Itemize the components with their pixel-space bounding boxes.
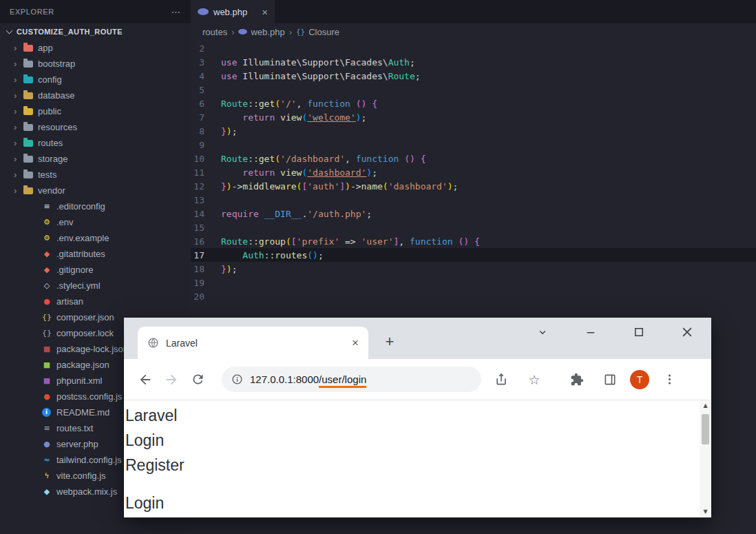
- page-link-laravel[interactable]: Laravel: [125, 403, 711, 428]
- forward-button[interactable]: [158, 367, 185, 393]
- breadcrumb-routes[interactable]: routes: [202, 27, 227, 37]
- code-line-18[interactable]: 18});: [191, 262, 756, 276]
- kebab-menu-icon[interactable]: [656, 367, 682, 393]
- browser-tab-laravel[interactable]: Laravel ×: [138, 327, 368, 359]
- code-text: use Illuminate\Support\Facades\Route;: [221, 71, 421, 81]
- code-line-15[interactable]: 15: [191, 220, 756, 234]
- chevron-right-icon: ›: [14, 59, 23, 68]
- code-line-8[interactable]: 8});: [191, 124, 756, 138]
- reload-button[interactable]: [185, 367, 211, 393]
- tree-folder-database[interactable]: ›database: [0, 88, 191, 103]
- tree-folder-bootstrap[interactable]: ›bootstrap: [0, 56, 191, 72]
- file-icon: ⚙: [41, 218, 52, 227]
- editor-tab-webphp[interactable]: web.php ×: [191, 0, 275, 23]
- tab-close-icon[interactable]: ×: [262, 6, 268, 18]
- extensions-puzzle-icon[interactable]: [564, 367, 590, 393]
- tree-folder-config[interactable]: ›config: [0, 72, 191, 88]
- code-line-16[interactable]: 16Route::group(['prefix' => 'user'], fun…: [191, 234, 756, 248]
- code-line-14[interactable]: 14require __DIR__.'/auth.php';: [191, 207, 756, 220]
- code-text: Route::get('/', function () {: [221, 99, 377, 109]
- code-line-7[interactable]: 7 return view('welcome');: [191, 110, 756, 124]
- project-section-header[interactable]: CUSTOMIZE_AUTH_ROUTE: [0, 23, 191, 40]
- browser-page: LaravelLoginRegister Login ▲ ▼: [124, 400, 711, 517]
- profile-avatar[interactable]: T: [630, 370, 649, 389]
- page-footer-login-link[interactable]: Login: [125, 494, 711, 513]
- back-button[interactable]: [132, 367, 158, 393]
- line-number: 14: [191, 209, 221, 219]
- tree-file-artisan[interactable]: ●artisan: [0, 294, 191, 309]
- tree-folder-routes[interactable]: ›routes: [0, 135, 191, 151]
- code-text: return view('welcome');: [221, 112, 366, 123]
- code-line-19[interactable]: 19: [191, 276, 756, 289]
- tree-item-label: routes: [38, 138, 63, 148]
- tree-folder-app[interactable]: ›app: [0, 40, 191, 56]
- tree-item-label: postcss.config.js: [56, 391, 122, 402]
- new-tab-button[interactable]: +: [379, 331, 400, 352]
- code-line-20[interactable]: 20: [191, 289, 756, 303]
- maximize-button[interactable]: [631, 325, 647, 340]
- tree-file-.styleci.yml[interactable]: ◇.styleci.yml: [0, 278, 191, 294]
- line-number: 18: [191, 264, 221, 274]
- tree-folder-tests[interactable]: ›tests: [0, 167, 191, 183]
- code-line-9[interactable]: 9: [191, 138, 756, 152]
- code-line-12[interactable]: 12})->middleware(['auth'])->name('dashbo…: [191, 179, 756, 193]
- code-area[interactable]: 23use Illuminate\Support\Facades\Auth;4u…: [191, 40, 756, 303]
- page-link-register[interactable]: Register: [125, 453, 711, 477]
- info-icon[interactable]: [231, 373, 243, 385]
- project-section-label: CUSTOMIZE_AUTH_ROUTE: [17, 28, 123, 36]
- tree-item-label: .env.example: [56, 233, 109, 243]
- tree-item-label: .env: [56, 217, 74, 227]
- tree-file-.env[interactable]: ⚙.env: [0, 214, 191, 230]
- share-icon[interactable]: [488, 367, 514, 393]
- code-line-4[interactable]: 4use Illuminate\Support\Facades\Route;: [191, 69, 756, 83]
- tree-folder-storage[interactable]: ›storage: [0, 151, 191, 167]
- folder-icon: [23, 172, 33, 178]
- folder-icon: [23, 187, 33, 194]
- explorer-more-icon[interactable]: ⋯: [171, 6, 181, 17]
- chevron-right-icon: ›: [14, 186, 23, 195]
- window-controls: [535, 325, 695, 340]
- minimize-button[interactable]: [583, 325, 598, 340]
- code-line-3[interactable]: 3use Illuminate\Support\Facades\Auth;: [191, 55, 756, 69]
- breadcrumb-separator: ›: [289, 27, 292, 37]
- code-line-11[interactable]: 11 return view('dashboard');: [191, 165, 756, 179]
- code-line-13[interactable]: 13: [191, 193, 756, 207]
- line-number: 10: [191, 154, 221, 164]
- tree-file-.editorconfig[interactable]: ≡.editorconfig: [0, 198, 191, 214]
- address-bar[interactable]: 127.0.0.1:8000/user/login: [222, 367, 481, 392]
- code-line-17[interactable]: 17 Auth::routes();: [191, 248, 756, 262]
- code-line-10[interactable]: 10Route::get('/dashboard', function () {: [191, 152, 756, 165]
- code-text: Route::get('/dashboard', function () {: [221, 154, 426, 164]
- bookmark-star-icon[interactable]: ☆: [521, 367, 547, 393]
- toolbar-actions: ☆ T: [488, 367, 682, 393]
- chevron-down-icon[interactable]: [535, 325, 550, 340]
- chevron-right-icon: ›: [14, 107, 23, 116]
- tree-folder-vendor[interactable]: ›vendor: [0, 183, 191, 198]
- code-line-5[interactable]: 5: [191, 83, 756, 96]
- page-link-login[interactable]: Login: [125, 428, 711, 453]
- scrollbar-thumb[interactable]: [702, 414, 709, 444]
- scroll-down-icon[interactable]: ▼: [703, 508, 707, 516]
- tree-folder-resources[interactable]: ›resources: [0, 119, 191, 135]
- tree-file-.gitattributes[interactable]: ◆.gitattributes: [0, 246, 191, 262]
- code-line-2[interactable]: 2: [191, 41, 756, 55]
- tab-close-icon[interactable]: ×: [352, 336, 359, 350]
- breadcrumb-webphp[interactable]: web.php: [238, 27, 284, 37]
- scroll-up-icon[interactable]: ▲: [703, 402, 707, 410]
- side-panel-icon[interactable]: [597, 367, 623, 393]
- tree-item-label: package.json: [56, 360, 109, 370]
- browser-toolbar: 127.0.0.1:8000/user/login ☆ T: [124, 359, 711, 400]
- page-scrollbar[interactable]: ▲ ▼: [700, 400, 711, 517]
- tree-folder-public[interactable]: ›public: [0, 103, 191, 119]
- tree-file-.env.example[interactable]: ⚙.env.example: [0, 230, 191, 246]
- line-number: 5: [191, 85, 221, 95]
- tree-file-.gitignore[interactable]: ◆.gitignore: [0, 262, 191, 278]
- tree-item-label: routes.txt: [56, 423, 93, 433]
- code-line-6[interactable]: 6Route::get('/', function () {: [191, 96, 756, 110]
- close-window-button[interactable]: [680, 325, 695, 340]
- breadcrumb-label: Closure: [308, 27, 339, 37]
- breadcrumb-closure[interactable]: {} Closure: [296, 27, 339, 37]
- file-icon: ◆: [41, 265, 52, 274]
- tree-item-label: server.php: [56, 439, 98, 449]
- tree-item-label: package-lock.json: [56, 344, 128, 354]
